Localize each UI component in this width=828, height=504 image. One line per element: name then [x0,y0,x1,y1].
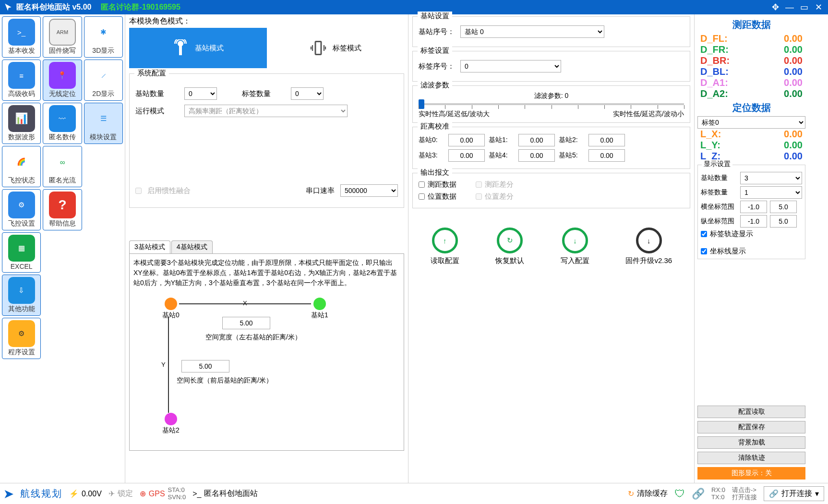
output-section: 输出报文 测距数据 测距差分 位置数据 位置差分 [412,173,690,208]
sidebar-item-help[interactable]: ?帮助信息 [43,189,82,230]
antenna-icon [172,39,189,57]
sidebar-item-firmware[interactable]: ARM固件烧写 [43,16,82,58]
hint-text: 请点击->打开连接 [732,487,757,501]
filter-section: 滤波参数 滤波参数: 0 实时性高/延迟低/波动大 实时性低/延迟高/波动小 [412,85,690,123]
base-count-select[interactable]: 0 [184,87,217,100]
gps-status: ⊕GPSSTA:0SVN:0 [140,487,186,501]
sidebar-item-other[interactable]: ⇩其他功能 [2,275,41,316]
config-read-button[interactable]: 配置读取 [697,406,805,418]
sidebar-item-datalink[interactable]: 〰匿名数传 [43,103,82,144]
sidebar-item-flight-status[interactable]: 🌈飞控状态 [2,146,41,187]
lock-status: ✈锁定 [108,489,133,499]
tab-4base[interactable]: 4基站模式 [171,240,213,253]
mode-base-button[interactable]: 基站模式 [129,28,267,68]
tag-settings-section: 标签设置 标签序号：0 [412,51,690,82]
reset-button[interactable]: ↻恢复默认 [495,228,524,265]
vy-lo-input[interactable] [740,215,767,228]
tag-data-select[interactable]: 标签0 [697,116,805,129]
out-distdiff-checkbox: 测距差分 [476,180,514,189]
sidebar-item-adv-rx[interactable]: ≡高级收码 [2,60,41,101]
vy-hi-input[interactable] [770,215,797,228]
out-pos-checkbox[interactable]: 位置数据 [419,192,456,201]
module-config-panel: 本模块角色模式： 基站模式 标签模式 系统配置 基站数量 0 标签数量 0 运行… [125,14,408,483]
sidebar-item-2d[interactable]: ⟋2D显示 [84,60,123,101]
calibration-section: 距离校准 基站0: 基站1: 基站2: 基站3: 基站4: 基站5: [412,127,690,169]
cal-b3-input[interactable] [448,149,485,162]
right-data-panel: 测距数据 D_FL:0.00 D_FR:0.00 D_BR:0.00 D_BL:… [694,14,808,483]
system-config-group: 系统配置 基站数量 0 标签数量 0 运行模式 高频率测距（距离较近） 启用惯性… [129,73,404,208]
base-settings-section: 基站设置 基站序号：基站 0 [412,16,690,47]
display-settings-section: 显示设置 基站数量3 标签数量1 横坐标范围 纵坐标范围 标签轨迹显示 坐标线显… [697,165,805,259]
sidebar-item-optical-flow[interactable]: ∞匿名光流 [43,146,82,187]
firmware-upgrade-button[interactable]: ↓固件升级v2.36 [625,228,672,265]
send-icon: ➤ [4,487,13,501]
cursor-icon [4,3,12,12]
height-input[interactable] [181,360,229,372]
clear-trace-button[interactable]: 清除轨迹 [697,452,805,464]
cal-b1-input[interactable] [518,134,555,146]
sidebar-item-data-wave[interactable]: 📊数据波形 [2,103,41,144]
trace-checkbox[interactable]: 标签轨迹显示 [701,229,802,239]
sidebar-item-excel[interactable]: ▦EXCEL [2,232,41,273]
app-subtitle: 匿名讨论群-190169595 [101,2,180,12]
baud-select[interactable]: 500000 [340,184,398,197]
tag-count-select[interactable]: 0 [291,87,324,100]
read-config-button[interactable]: ↑读取配置 [431,228,459,265]
shield-icon: 🛡 [674,488,685,500]
mode-tag-button[interactable]: 标签模式 [267,28,405,68]
base-index-select[interactable]: 基站 0 [460,25,604,38]
graph-toggle-button[interactable]: 图形显示：关 [697,467,805,480]
app-name-status: >_匿名科创地面站 [192,489,258,499]
width-input[interactable] [222,317,270,329]
filter-slider[interactable] [419,103,684,105]
tag-index-select[interactable]: 0 [460,60,561,72]
app-title: 匿名科创地面站 v5.00 [16,2,91,12]
open-connection-button[interactable]: 🔗打开连接▾ [764,486,824,501]
phone-icon [310,39,327,57]
sidebar-item-3d[interactable]: ✱3D显示 [84,16,123,58]
cal-b4-input[interactable] [518,149,555,162]
hx-lo-input[interactable] [740,201,767,213]
sidebar-item-module-settings[interactable]: ☰模块设置 [84,103,123,144]
voltage-status: ⚡0.00V [69,489,102,498]
disp-bs-select[interactable]: 3 [740,172,802,184]
cal-b2-input[interactable] [588,134,625,146]
sidebar-item-flight-settings[interactable]: ⚙飞控设置 [2,189,41,230]
axis-checkbox[interactable]: 坐标线显示 [701,247,802,256]
clear-cache-button[interactable]: ↻清除缓存 [628,489,668,499]
out-posdiff-checkbox: 位置差分 [476,192,514,201]
move-icon[interactable]: ✥ [769,1,781,13]
title-bar: 匿名科创地面站 v5.00 匿名讨论群-190169595 ✥ — ▭ ✕ [0,0,828,14]
close-button[interactable]: ✕ [813,1,824,13]
sidebar-item-basic-txrx[interactable]: >_基本收发 [2,16,41,58]
config-save-button[interactable]: 配置保存 [697,421,805,433]
cal-b0-input[interactable] [448,134,485,146]
tab-body: 本模式需要3个基站模块完成定位功能，由于原理所限，本模式只能平面定位，即只输出X… [129,253,404,451]
right-config-panel: 基站设置 基站序号：基站 0 标签设置 标签序号：0 滤波参数 滤波参数: 0 … [408,14,694,483]
mode-label: 本模块角色模式： [129,16,404,26]
out-dist-checkbox[interactable]: 测距数据 [419,180,456,189]
sidebar-item-wireless-pos[interactable]: 📍无线定位 [43,60,82,101]
sidebar: >_基本收发 ≡高级收码 📊数据波形 🌈飞控状态 ⚙飞控设置 ▦EXCEL ⇩其… [0,14,125,483]
run-mode-select[interactable]: 高频率测距（距离较近） [184,105,348,117]
cal-b5-input[interactable] [588,149,625,162]
hx-hi-input[interactable] [770,201,797,213]
status-bar: ➤ 航线规划 ⚡0.00V ✈锁定 ⊕GPSSTA:0SVN:0 >_匿名科创地… [0,483,828,504]
inertial-checkbox[interactable]: 启用惯性融合 [135,186,191,195]
link-icon: 🔗 [692,488,705,500]
background-load-button[interactable]: 背景加载 [697,436,805,449]
rxtx-status: RX:0TX:0 [711,487,725,501]
svg-rect-0 [315,42,321,55]
write-config-button[interactable]: ↓写入配置 [561,228,589,265]
tab-3base[interactable]: 3基站模式 [129,240,170,253]
minimize-button[interactable]: — [784,1,795,13]
route-plan-button[interactable]: 航线规划 [20,487,62,500]
disp-tag-select[interactable]: 1 [740,186,802,199]
maximize-button[interactable]: ▭ [798,1,810,13]
sidebar-item-program-settings[interactable]: ⚙程序设置 [2,318,41,359]
